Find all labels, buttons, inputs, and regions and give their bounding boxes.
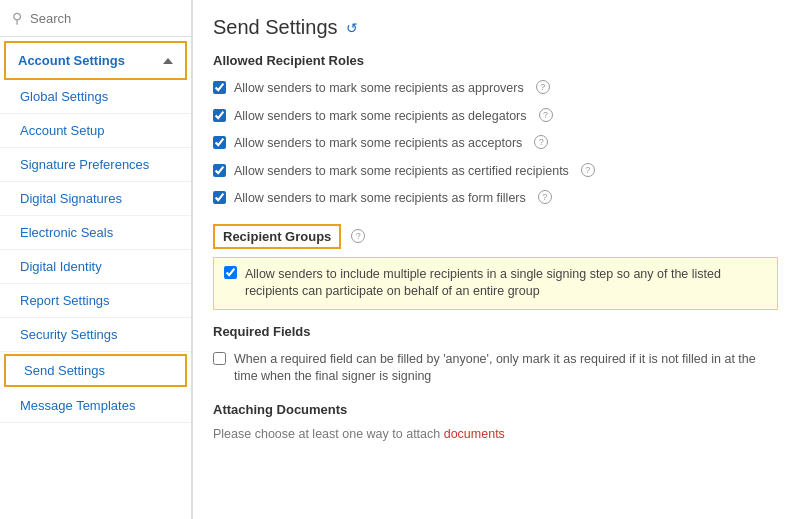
help-icon-acceptors[interactable]: ? (534, 135, 548, 149)
required-fields-checkbox[interactable] (213, 352, 226, 365)
allowed-recipient-roles-title: Allowed Recipient Roles (213, 53, 778, 68)
attaching-documents-description: Please choose at least one way to attach… (213, 427, 778, 441)
sidebar-item-account-setup[interactable]: Account Setup (0, 114, 191, 148)
search-icon: ⚲ (12, 10, 22, 26)
recipient-groups-title: Recipient Groups (213, 224, 341, 249)
checkbox-acceptors[interactable] (213, 136, 226, 149)
sidebar-item-global-settings[interactable]: Global Settings (0, 80, 191, 114)
main-content: Send Settings ↺ Allowed Recipient Roles … (192, 0, 798, 519)
checkbox-form-fillers[interactable] (213, 191, 226, 204)
allowed-recipient-roles-section: Allowed Recipient Roles Allow senders to… (213, 53, 778, 210)
help-icon-certified[interactable]: ? (581, 163, 595, 177)
recipient-groups-checkbox[interactable] (224, 266, 237, 279)
checkbox-approvers[interactable] (213, 81, 226, 94)
allowed-role-row-delegators: Allow senders to mark some recipients as… (213, 106, 778, 128)
sidebar-item-security-settings[interactable]: Security Settings (0, 318, 191, 352)
sidebar-item-electronic-seals[interactable]: Electronic Seals (0, 216, 191, 250)
nav-items: Global SettingsAccount SetupSignature Pr… (0, 80, 191, 423)
attaching-documents-title: Attaching Documents (213, 402, 778, 417)
sidebar-item-message-templates[interactable]: Message Templates (0, 389, 191, 423)
recipient-groups-label: Allow senders to include multiple recipi… (245, 266, 767, 301)
recipient-groups-help-icon[interactable]: ? (351, 229, 365, 243)
required-fields-section: Required Fields When a required field ca… (213, 324, 778, 388)
sidebar-item-send-settings[interactable]: Send Settings (4, 354, 187, 387)
label-form-fillers: Allow senders to mark some recipients as… (234, 190, 526, 208)
allowed-role-row-form-fillers: Allow senders to mark some recipients as… (213, 188, 778, 210)
refresh-icon[interactable]: ↺ (346, 20, 358, 36)
label-delegators: Allow senders to mark some recipients as… (234, 108, 527, 126)
required-fields-row: When a required field can be filled by '… (213, 349, 778, 388)
sidebar-item-digital-signatures[interactable]: Digital Signatures (0, 182, 191, 216)
sidebar-item-signature-preferences[interactable]: Signature Preferences (0, 148, 191, 182)
recipient-groups-header: Recipient Groups ? (213, 224, 778, 249)
sidebar: ⚲ Account Settings Global SettingsAccoun… (0, 0, 192, 519)
label-acceptors: Allow senders to mark some recipients as… (234, 135, 522, 153)
help-icon-delegators[interactable]: ? (539, 108, 553, 122)
checkbox-delegators[interactable] (213, 109, 226, 122)
required-fields-label: When a required field can be filled by '… (234, 351, 778, 386)
account-settings-header[interactable]: Account Settings (4, 41, 187, 80)
label-approvers: Allow senders to mark some recipients as… (234, 80, 524, 98)
documents-link[interactable]: documents (444, 427, 505, 441)
sidebar-item-report-settings[interactable]: Report Settings (0, 284, 191, 318)
sidebar-item-digital-identity[interactable]: Digital Identity (0, 250, 191, 284)
help-icon-approvers[interactable]: ? (536, 80, 550, 94)
attaching-documents-section: Attaching Documents Please choose at lea… (213, 402, 778, 441)
label-certified: Allow senders to mark some recipients as… (234, 163, 569, 181)
chevron-up-icon (163, 58, 173, 64)
allowed-roles-checkboxes: Allow senders to mark some recipients as… (213, 78, 778, 210)
recipient-groups-row: Allow senders to include multiple recipi… (213, 257, 778, 310)
allowed-role-row-approvers: Allow senders to mark some recipients as… (213, 78, 778, 100)
allowed-role-row-acceptors: Allow senders to mark some recipients as… (213, 133, 778, 155)
search-bar[interactable]: ⚲ (0, 0, 191, 37)
page-title: Send Settings (213, 16, 338, 39)
page-title-row: Send Settings ↺ (213, 16, 778, 39)
account-settings-label: Account Settings (18, 53, 125, 68)
required-fields-title: Required Fields (213, 324, 778, 339)
help-icon-form-fillers[interactable]: ? (538, 190, 552, 204)
search-input[interactable] (30, 11, 179, 26)
allowed-role-row-certified: Allow senders to mark some recipients as… (213, 161, 778, 183)
checkbox-certified[interactable] (213, 164, 226, 177)
